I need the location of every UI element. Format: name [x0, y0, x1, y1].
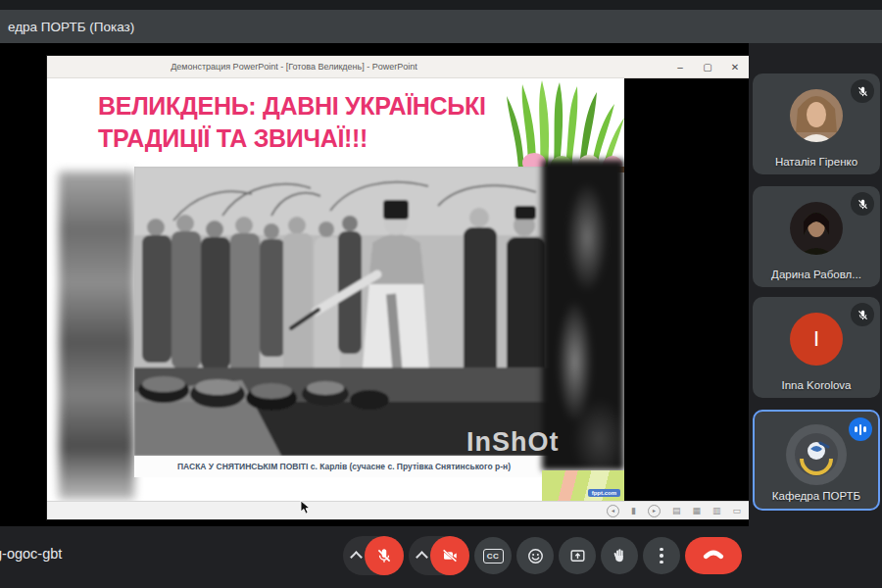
- camera-off-icon: [441, 547, 459, 564]
- avatar: [790, 202, 843, 255]
- slide-title-line1: ВЕЛИКДЕНЬ: ДАВНІ УКРАЇНСЬКІ: [98, 90, 486, 122]
- inshot-watermark: InShOt: [466, 427, 560, 458]
- captions-icon: CC: [483, 549, 504, 564]
- prev-slide-icon[interactable]: ◂: [607, 505, 619, 517]
- shared-screen-video[interactable]: Демонстрация PowerPoint - [Готова Великд…: [0, 43, 749, 526]
- grass-eggs-decoration: [507, 78, 624, 172]
- mic-off-icon: [851, 79, 874, 103]
- participants-sidebar: Наталія Гіренко Дарина Рабовл...: [749, 43, 882, 588]
- end-call-button[interactable]: [685, 537, 742, 574]
- template-corner-decoration: fppt.com: [542, 470, 624, 502]
- participant-tile-active-speaker[interactable]: Кафедра ПОРТБ: [753, 410, 880, 511]
- present-button[interactable]: [559, 537, 596, 574]
- avatar: [790, 89, 843, 142]
- photo-caption: ПАСКА У СНЯТИНСЬКІМ ПОВІТІ с. Карлів (су…: [134, 456, 554, 477]
- avatar-logo: [785, 423, 848, 486]
- next-slide-icon[interactable]: ▸: [648, 505, 661, 517]
- smiley-icon: [526, 547, 545, 565]
- raised-hand-icon: [611, 547, 628, 564]
- slide-title-line2: ТРАДИЦІЇ ТА ЗВИЧАЇ!!!: [98, 122, 486, 155]
- reactions-button[interactable]: [516, 537, 554, 574]
- template-credit-badge: fppt.com: [588, 489, 620, 497]
- participant-tile[interactable]: I Inna Korolova: [753, 297, 880, 398]
- top-dark-strip: [0, 0, 882, 10]
- participant-tile[interactable]: Дарина Рабовл...: [753, 186, 880, 287]
- minimize-icon[interactable]: –: [674, 62, 686, 73]
- end-call-icon: [702, 547, 725, 564]
- present-screen-icon: [568, 547, 587, 565]
- close-icon[interactable]: ✕: [729, 62, 741, 73]
- participant-tile[interactable]: Наталія Гіренко: [753, 74, 880, 174]
- participant-name: Наталія Гіренко: [757, 156, 876, 168]
- photo-blurred-left-edge: [59, 172, 134, 500]
- zoom-view-icon[interactable]: ▥: [712, 506, 721, 515]
- avatar-initial: I: [790, 313, 843, 366]
- presenting-banner: едра ПОРТБ (Показ): [0, 10, 882, 43]
- mic-off-icon: [851, 303, 874, 326]
- mic-button-group[interactable]: [343, 536, 404, 575]
- meet-bottom-bar: g-ogoc-gbt: [0, 526, 882, 588]
- raise-hand-button[interactable]: [601, 537, 638, 574]
- powerpoint-window-title: Демонстрация PowerPoint - [Готова Великд…: [125, 56, 463, 77]
- slideshow-area: ВЕЛИКДЕНЬ: ДАВНІ УКРАЇНСЬКІ ТРАДИЦІЇ ТА …: [47, 78, 749, 502]
- audio-level-icon: [849, 417, 872, 441]
- slide-thumbnails-icon[interactable]: ▤: [672, 506, 681, 515]
- camera-options-chevron-icon[interactable]: [416, 551, 428, 564]
- mic-off-icon: [375, 547, 393, 564]
- slideshow-toolbar: ◂ ▮ ▸ ▤ ▦ ▥ ▭: [47, 501, 749, 519]
- captions-button[interactable]: CC: [474, 537, 512, 574]
- photo-blurred-right-edge: [542, 160, 624, 470]
- camera-button-group[interactable]: [409, 536, 469, 575]
- camera-off-button[interactable]: [430, 536, 469, 575]
- powerpoint-titlebar: Демонстрация PowerPoint - [Готова Великд…: [47, 56, 749, 78]
- mic-off-icon: [851, 192, 874, 216]
- meeting-code: g-ogoc-gbt: [0, 546, 62, 562]
- pen-tools-icon[interactable]: ▮: [631, 506, 636, 515]
- display-settings-icon[interactable]: ▭: [732, 506, 741, 515]
- powerpoint-window: Демонстрация PowerPoint - [Готова Великд…: [47, 56, 749, 519]
- participant-name: Inna Korolova: [757, 379, 876, 391]
- slide: ВЕЛИКДЕНЬ: ДАВНІ УКРАЇНСЬКІ ТРАДИЦІЇ ТА …: [47, 78, 624, 502]
- maximize-icon[interactable]: ▢: [702, 62, 713, 73]
- participant-name: Кафедра ПОРТБ: [759, 490, 874, 502]
- presenting-label: едра ПОРТБ (Показ): [8, 20, 134, 34]
- mouse-cursor: [300, 500, 312, 515]
- more-options-button[interactable]: [643, 537, 680, 574]
- mic-off-button[interactable]: [365, 536, 404, 575]
- more-options-icon: [660, 548, 663, 564]
- mic-options-chevron-icon[interactable]: [350, 551, 363, 564]
- slide-title: ВЕЛИКДЕНЬ: ДАВНІ УКРАЇНСЬКІ ТРАДИЦІЇ ТА …: [98, 90, 486, 154]
- grid-view-icon[interactable]: ▦: [692, 506, 701, 515]
- participant-name: Дарина Рабовл...: [757, 269, 876, 280]
